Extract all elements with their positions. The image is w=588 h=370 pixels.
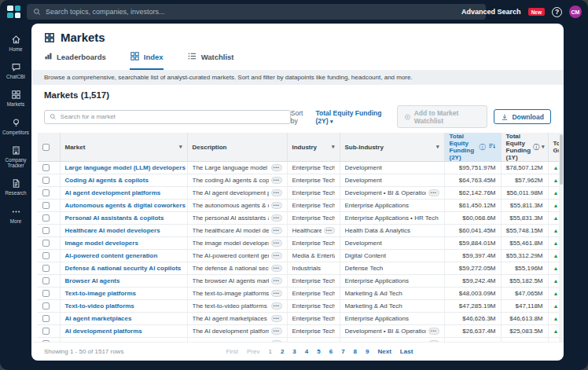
cbinsights-logo-icon[interactable]	[7, 5, 20, 18]
more-ellipsis-button[interactable]: •••	[271, 265, 282, 272]
help-icon[interactable]: ?	[552, 7, 562, 17]
page-6[interactable]: 6	[329, 348, 333, 355]
row-checkbox[interactable]	[42, 202, 50, 209]
market-link[interactable]: Autonomous agents & digital coworkers	[65, 202, 186, 209]
market-link[interactable]: Text-to-image platforms	[65, 290, 137, 297]
more-ellipsis-button[interactable]: •••	[428, 189, 439, 196]
market-link[interactable]: Image model developers	[65, 240, 138, 247]
market-link[interactable]: AI agent marketplaces	[65, 315, 132, 322]
row-checkbox[interactable]	[42, 265, 50, 272]
row-checkbox[interactable]	[42, 240, 50, 247]
sort-caret-icon[interactable]: ▾	[179, 144, 182, 150]
page-9[interactable]: 9	[366, 348, 369, 355]
scrollbar-thumb[interactable]	[560, 134, 563, 185]
row-checkbox[interactable]	[42, 328, 50, 335]
more-ellipsis-button[interactable]: •••	[271, 240, 282, 247]
tab-index[interactable]: Index	[130, 51, 164, 70]
page-4[interactable]: 4	[305, 348, 308, 355]
vertical-scrollbar[interactable]	[559, 133, 564, 342]
row-checkbox[interactable]	[42, 214, 50, 222]
more-ellipsis-button[interactable]: •••	[271, 340, 282, 342]
sidebar-item-home[interactable]: Home	[0, 35, 31, 52]
market-search-input[interactable]	[61, 113, 285, 120]
column-header-market[interactable]: Market▾	[60, 133, 187, 162]
row-checkbox[interactable]	[42, 315, 50, 322]
avatar[interactable]: CM	[569, 5, 582, 18]
more-ellipsis-button[interactable]: •••	[271, 214, 282, 222]
download-button[interactable]: Download	[494, 109, 551, 124]
select-all-header[interactable]	[38, 133, 60, 162]
sort-caret-icon[interactable]: ▾	[436, 144, 439, 150]
funding-2y-value: $46,626.3M	[444, 313, 501, 325]
market-link[interactable]: Large language model (LLM) developers	[65, 164, 186, 171]
page-next[interactable]: Next	[378, 348, 391, 355]
sort-caret-icon[interactable]: ▾	[542, 144, 545, 150]
more-ellipsis-button[interactable]: •••	[428, 328, 439, 335]
market-link[interactable]: AI development platforms	[65, 328, 142, 335]
row-checkbox[interactable]	[42, 252, 50, 259]
page-5[interactable]: 5	[317, 348, 320, 355]
more-ellipsis-button[interactable]: •••	[271, 290, 282, 297]
more-ellipsis-button[interactable]: •••	[271, 315, 282, 322]
market-search[interactable]	[44, 110, 291, 124]
sidebar-item-company-tracker[interactable]: Company Tracker	[0, 145, 31, 168]
sort-value-dropdown[interactable]: Total Equity Funding (2Y) ▾	[316, 109, 391, 125]
sidebar-item-markets[interactable]: Markets	[0, 90, 31, 107]
market-description: The healthcare AI model developers	[193, 227, 269, 234]
row-checkbox[interactable]	[42, 290, 50, 297]
add-to-watchlist-button[interactable]: Add to Market Watchlist	[397, 105, 487, 128]
market-link[interactable]: Text-to-video platforms	[65, 302, 134, 310]
sidebar-item-more[interactable]: More	[0, 207, 31, 224]
market-link[interactable]: AI agent development platforms	[65, 189, 161, 196]
page-2[interactable]: 2	[281, 348, 284, 355]
info-icon[interactable]: ⓘ	[533, 143, 539, 152]
market-link[interactable]: Coding AI agents & copilots	[65, 177, 149, 184]
column-header-total-equity-funding-2y-[interactable]: Total Equity Funding (2Y)ⓘ	[444, 133, 501, 162]
info-icon[interactable]: ⓘ	[480, 143, 486, 152]
more-ellipsis-button[interactable]: •••	[271, 189, 282, 196]
global-search-input[interactable]	[46, 8, 480, 16]
more-ellipsis-button[interactable]: •••	[271, 328, 282, 335]
page-7[interactable]: 7	[341, 348, 344, 355]
more-ellipsis-button[interactable]: •••	[271, 202, 282, 209]
row-checkbox[interactable]	[42, 177, 50, 184]
sort-caret-icon[interactable]: ▾	[332, 144, 335, 150]
column-header-description[interactable]: Description	[187, 133, 287, 162]
grid-icon	[11, 90, 21, 100]
sidebar-item-chatcbi[interactable]: ChatCBI	[0, 62, 31, 79]
market-link[interactable]: Data annotation	[65, 340, 112, 342]
select-all-checkbox[interactable]	[42, 144, 50, 151]
page-last[interactable]: Last	[400, 348, 413, 355]
more-ellipsis-button[interactable]: •••	[324, 227, 335, 234]
page-8[interactable]: 8	[354, 348, 357, 355]
advanced-search-link[interactable]: Advanced Search	[461, 8, 521, 16]
sidebar-item-competitors[interactable]: Competitors	[0, 118, 31, 135]
row-checkbox[interactable]	[42, 302, 50, 310]
market-link[interactable]: Healthcare AI model developers	[65, 227, 160, 234]
tab-watchlist[interactable]: Watchlist	[187, 51, 234, 70]
row-checkbox[interactable]	[42, 227, 50, 234]
global-search[interactable]	[27, 4, 486, 20]
column-header-sub-industry[interactable]: Sub-Industry▾	[340, 133, 444, 162]
market-link[interactable]: Browser AI agents	[65, 277, 120, 284]
market-link[interactable]: Defense & national security AI copilots	[65, 265, 182, 272]
page-3[interactable]: 3	[292, 348, 296, 355]
row-checkbox[interactable]	[42, 340, 50, 342]
more-ellipsis-button[interactable]: •••	[428, 340, 439, 342]
market-link[interactable]: Personal AI assistants & copilots	[65, 214, 164, 222]
column-header-industry[interactable]: Industry▾	[287, 133, 340, 162]
row-checkbox[interactable]	[42, 164, 50, 171]
more-ellipsis-button[interactable]: •••	[271, 252, 282, 259]
more-ellipsis-button[interactable]: •••	[271, 164, 282, 171]
sort-descending-icon[interactable]	[488, 142, 496, 152]
more-ellipsis-button[interactable]: •••	[271, 227, 282, 234]
market-link[interactable]: AI-powered content generation	[65, 252, 158, 259]
row-checkbox[interactable]	[42, 189, 50, 196]
more-ellipsis-button[interactable]: •••	[271, 277, 282, 284]
more-ellipsis-button[interactable]: •••	[271, 177, 282, 184]
tab-leaderboards[interactable]: Leaderboards	[44, 51, 106, 70]
column-header-total-equity-funding-1y-[interactable]: Total Equity Funding (1Y)ⓘ▾	[501, 133, 548, 162]
more-ellipsis-button[interactable]: •••	[271, 302, 282, 310]
sidebar-item-research[interactable]: Research	[0, 178, 31, 196]
row-checkbox[interactable]	[42, 277, 50, 284]
